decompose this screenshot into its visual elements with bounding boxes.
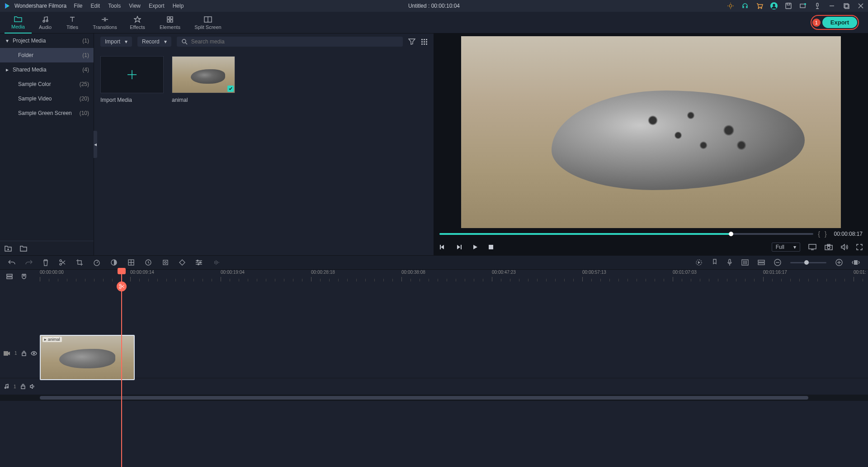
display-icon[interactable]	[808, 244, 816, 250]
minimize-icon[interactable]	[828, 2, 835, 10]
export-button[interactable]: Export	[822, 17, 857, 28]
playhead[interactable]	[121, 270, 122, 467]
prev-frame-icon[interactable]	[439, 244, 446, 250]
menu-tools[interactable]: Tools	[108, 3, 121, 9]
delete-icon[interactable]	[42, 259, 49, 266]
speed-icon[interactable]	[93, 259, 100, 266]
fullscreen-icon[interactable]	[856, 244, 863, 250]
zoom-in-icon[interactable]	[835, 259, 843, 266]
mark-in-icon[interactable]: {	[818, 230, 820, 238]
tab-effects[interactable]: Effects	[124, 12, 151, 33]
step-back-icon[interactable]	[456, 244, 462, 250]
sidebar-item-shared-media[interactable]: ▸ Shared Media (4)	[0, 62, 94, 77]
preview-video[interactable]	[461, 36, 841, 228]
check-icon	[227, 86, 234, 92]
mark-out-icon[interactable]: }	[825, 230, 827, 238]
sidebar-item-sample-green-screen[interactable]: Sample Green Screen (10)	[0, 106, 94, 120]
lock-icon[interactable]	[22, 351, 26, 356]
split-icon[interactable]	[59, 259, 66, 266]
record-dropdown[interactable]: Record▾	[137, 37, 171, 47]
svg-point-5	[758, 8, 759, 9]
tab-transitions[interactable]: Transitions	[86, 12, 124, 33]
svg-line-30	[185, 43, 187, 44]
tab-elements[interactable]: Elements	[151, 12, 189, 33]
search-media[interactable]	[177, 37, 403, 47]
zoom-slider[interactable]	[790, 262, 826, 263]
clock-icon[interactable]	[145, 259, 152, 266]
snapshot-icon[interactable]	[825, 244, 833, 250]
timeline-horizontal-scrollbar[interactable]	[0, 395, 868, 401]
stop-icon[interactable]	[488, 244, 494, 250]
mic-download-icon[interactable]	[814, 2, 821, 10]
play-icon[interactable]	[472, 244, 478, 250]
color-icon[interactable]	[110, 259, 118, 266]
preview-quality-dropdown[interactable]: Full▾	[772, 243, 800, 252]
detect-icon[interactable]	[162, 259, 169, 266]
mute-icon[interactable]	[30, 384, 35, 389]
folder-icon[interactable]	[20, 245, 27, 252]
svg-point-29	[182, 39, 186, 43]
ruler-tick: 00:00:57:13	[582, 270, 606, 275]
voiceover-icon[interactable]	[727, 259, 732, 266]
tab-titles[interactable]: Titles	[59, 12, 86, 33]
tab-media[interactable]: Media	[5, 12, 32, 33]
cart-icon[interactable]	[756, 2, 763, 10]
tab-split-screen[interactable]: Split Screen	[189, 12, 227, 33]
render-icon[interactable]	[695, 259, 703, 266]
green-screen-icon[interactable]	[127, 259, 135, 266]
marker-icon[interactable]	[712, 259, 718, 266]
track-header-icon[interactable]	[6, 273, 13, 280]
search-input[interactable]	[191, 38, 398, 45]
filter-icon[interactable]	[408, 38, 415, 45]
headset-icon[interactable]	[741, 2, 749, 10]
adjust-icon[interactable]	[195, 259, 203, 266]
collapse-sidebar-handle[interactable]: ◂	[94, 131, 97, 158]
sidebar-item-project-media[interactable]: ▾ Project Media (1)	[0, 33, 94, 48]
redo-icon[interactable]	[25, 259, 33, 266]
effects-icon	[134, 15, 141, 24]
crop-icon[interactable]	[76, 259, 83, 266]
export-badge: 1	[812, 19, 821, 27]
sun-icon[interactable]	[727, 2, 734, 10]
zoom-fit-icon[interactable]	[852, 260, 860, 265]
user-icon[interactable]	[770, 2, 778, 10]
eye-icon[interactable]	[31, 351, 37, 356]
import-media-card[interactable]: Import Media	[100, 56, 164, 103]
timeline-clip-animal[interactable]: ▸animal	[40, 335, 135, 380]
svg-rect-11	[800, 4, 805, 8]
audio-wave-icon[interactable]	[212, 259, 221, 266]
grid-view-icon[interactable]	[421, 38, 427, 45]
undo-icon[interactable]	[8, 259, 15, 266]
magnet-icon[interactable]	[21, 273, 27, 280]
timeline-ruler[interactable]: 00:00:00:0000:00:09:1400:00:19:0400:00:2…	[40, 270, 868, 283]
close-icon[interactable]	[857, 2, 864, 10]
zoom-out-icon[interactable]	[774, 259, 781, 266]
media-clip-animal[interactable]: animal	[172, 56, 235, 103]
add-folder-icon[interactable]	[5, 245, 12, 252]
app-name: Wondershare Filmora	[14, 3, 66, 9]
play-icon: ▸	[44, 337, 47, 342]
save-icon[interactable]	[785, 2, 792, 10]
menu-export[interactable]: Export	[149, 3, 165, 9]
import-dropdown[interactable]: Import▾	[100, 37, 132, 47]
volume-icon[interactable]	[841, 244, 848, 250]
track-size-icon[interactable]	[758, 260, 765, 265]
preview-progress[interactable]	[439, 233, 813, 235]
svg-rect-78	[7, 274, 12, 276]
svg-rect-65	[729, 259, 731, 263]
menu-view[interactable]: View	[129, 3, 141, 9]
sidebar-item-sample-color[interactable]: Sample Color (25)	[0, 77, 94, 91]
sidebar-item-sample-video[interactable]: Sample Video (20)	[0, 91, 94, 106]
keyframe-icon[interactable]	[179, 259, 185, 266]
sidebar-item-folder[interactable]: Folder (1)	[0, 48, 94, 62]
lock-icon[interactable]	[21, 384, 25, 389]
notification-icon[interactable]	[799, 2, 807, 10]
svg-point-6	[761, 8, 762, 9]
maximize-icon[interactable]	[843, 2, 850, 10]
ruler-tick: 00:00:38:08	[401, 270, 425, 275]
menu-file[interactable]: File	[74, 3, 82, 9]
menu-help[interactable]: Help	[173, 3, 184, 9]
mixer-icon[interactable]	[741, 259, 749, 266]
menu-edit[interactable]: Edit	[91, 3, 100, 9]
tab-audio[interactable]: Audio	[32, 12, 59, 33]
